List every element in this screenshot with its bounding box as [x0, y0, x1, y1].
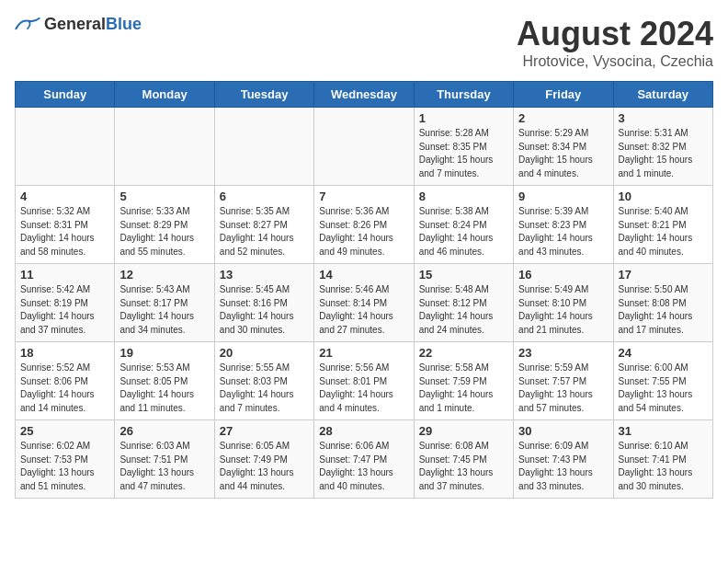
day-cell: 7Sunrise: 5:36 AM Sunset: 8:26 PM Daylig…	[314, 186, 414, 264]
day-cell: 2Sunrise: 5:29 AM Sunset: 8:34 PM Daylig…	[514, 108, 613, 186]
logo-text: GeneralBlue	[44, 15, 142, 34]
day-cell: 29Sunrise: 6:08 AM Sunset: 7:45 PM Dayli…	[414, 420, 513, 499]
day-info: Sunrise: 5:46 AM Sunset: 8:14 PM Dayligh…	[319, 283, 408, 337]
day-cell: 28Sunrise: 6:06 AM Sunset: 7:47 PM Dayli…	[314, 420, 414, 499]
day-number: 16	[518, 268, 608, 282]
day-number: 10	[619, 190, 708, 203]
week-row-5: 25Sunrise: 6:02 AM Sunset: 7:53 PM Dayli…	[16, 420, 713, 499]
day-number: 5	[119, 190, 209, 203]
day-info: Sunrise: 6:08 AM Sunset: 7:45 PM Dayligh…	[419, 440, 508, 493]
day-info: Sunrise: 5:36 AM Sunset: 8:26 PM Dayligh…	[319, 205, 408, 259]
day-info: Sunrise: 5:59 AM Sunset: 7:57 PM Dayligh…	[518, 362, 608, 415]
day-number: 30	[518, 424, 608, 438]
column-header-sunday: Sunday	[16, 82, 115, 108]
day-cell: 13Sunrise: 5:45 AM Sunset: 8:16 PM Dayli…	[214, 264, 313, 342]
column-header-friday: Friday	[514, 82, 613, 108]
day-cell	[115, 108, 214, 186]
day-info: Sunrise: 5:55 AM Sunset: 8:03 PM Dayligh…	[220, 362, 309, 415]
day-cell: 31Sunrise: 6:10 AM Sunset: 7:41 PM Dayli…	[613, 420, 712, 499]
day-number: 8	[419, 190, 508, 203]
header: GeneralBlue August 2024 Hrotovice, Vysoc…	[15, 15, 713, 70]
day-cell: 11Sunrise: 5:42 AM Sunset: 8:19 PM Dayli…	[16, 264, 115, 342]
month-title: August 2024	[517, 15, 713, 53]
day-cell: 20Sunrise: 5:55 AM Sunset: 8:03 PM Dayli…	[214, 342, 313, 420]
day-info: Sunrise: 5:48 AM Sunset: 8:12 PM Dayligh…	[419, 283, 508, 337]
day-cell	[214, 108, 313, 186]
day-cell: 21Sunrise: 5:56 AM Sunset: 8:01 PM Dayli…	[314, 342, 414, 420]
day-cell: 15Sunrise: 5:48 AM Sunset: 8:12 PM Dayli…	[414, 264, 513, 342]
day-info: Sunrise: 5:58 AM Sunset: 7:59 PM Dayligh…	[419, 362, 508, 415]
column-header-tuesday: Tuesday	[214, 82, 313, 108]
header-row: SundayMondayTuesdayWednesdayThursdayFrid…	[16, 82, 713, 108]
day-cell: 4Sunrise: 5:32 AM Sunset: 8:31 PM Daylig…	[16, 186, 115, 264]
day-info: Sunrise: 6:05 AM Sunset: 7:49 PM Dayligh…	[220, 440, 309, 493]
day-number: 20	[220, 346, 309, 360]
day-cell: 25Sunrise: 6:02 AM Sunset: 7:53 PM Dayli…	[16, 420, 115, 499]
week-row-2: 4Sunrise: 5:32 AM Sunset: 8:31 PM Daylig…	[16, 186, 713, 264]
day-cell: 18Sunrise: 5:52 AM Sunset: 8:06 PM Dayli…	[16, 342, 115, 420]
day-number: 1	[419, 111, 508, 125]
day-number: 15	[419, 268, 508, 282]
column-header-wednesday: Wednesday	[314, 82, 414, 108]
week-row-1: 1Sunrise: 5:28 AM Sunset: 8:35 PM Daylig…	[16, 108, 713, 186]
day-number: 21	[319, 346, 408, 360]
day-cell: 10Sunrise: 5:40 AM Sunset: 8:21 PM Dayli…	[613, 186, 712, 264]
day-info: Sunrise: 6:03 AM Sunset: 7:51 PM Dayligh…	[119, 440, 209, 493]
day-cell: 5Sunrise: 5:33 AM Sunset: 8:29 PM Daylig…	[115, 186, 214, 264]
day-number: 24	[619, 346, 708, 360]
day-info: Sunrise: 5:53 AM Sunset: 8:05 PM Dayligh…	[119, 362, 209, 415]
day-number: 28	[319, 424, 408, 438]
week-row-4: 18Sunrise: 5:52 AM Sunset: 8:06 PM Dayli…	[16, 342, 713, 420]
column-header-saturday: Saturday	[613, 82, 712, 108]
day-info: Sunrise: 5:35 AM Sunset: 8:27 PM Dayligh…	[220, 205, 309, 259]
day-info: Sunrise: 5:39 AM Sunset: 8:23 PM Dayligh…	[518, 205, 608, 259]
day-info: Sunrise: 6:00 AM Sunset: 7:55 PM Dayligh…	[619, 362, 708, 415]
day-info: Sunrise: 5:45 AM Sunset: 8:16 PM Dayligh…	[220, 283, 309, 337]
day-cell: 17Sunrise: 5:50 AM Sunset: 8:08 PM Dayli…	[613, 264, 712, 342]
logo-bird-icon	[15, 16, 40, 34]
day-number: 26	[119, 424, 209, 438]
day-number: 6	[220, 190, 309, 203]
day-number: 22	[419, 346, 508, 360]
day-number: 9	[518, 190, 608, 203]
day-cell	[16, 108, 115, 186]
day-cell	[314, 108, 414, 186]
day-cell: 24Sunrise: 6:00 AM Sunset: 7:55 PM Dayli…	[613, 342, 712, 420]
day-cell: 14Sunrise: 5:46 AM Sunset: 8:14 PM Dayli…	[314, 264, 414, 342]
day-info: Sunrise: 5:32 AM Sunset: 8:31 PM Dayligh…	[20, 205, 109, 259]
day-cell: 23Sunrise: 5:59 AM Sunset: 7:57 PM Dayli…	[514, 342, 613, 420]
day-info: Sunrise: 5:42 AM Sunset: 8:19 PM Dayligh…	[20, 283, 109, 337]
title-area: August 2024 Hrotovice, Vysocina, Czechia	[517, 15, 713, 70]
column-header-thursday: Thursday	[414, 82, 513, 108]
day-info: Sunrise: 5:50 AM Sunset: 8:08 PM Dayligh…	[619, 283, 708, 337]
calendar-table: SundayMondayTuesdayWednesdayThursdayFrid…	[15, 81, 713, 499]
day-number: 4	[20, 190, 109, 203]
day-cell: 1Sunrise: 5:28 AM Sunset: 8:35 PM Daylig…	[414, 108, 513, 186]
day-number: 27	[220, 424, 309, 438]
location-subtitle: Hrotovice, Vysocina, Czechia	[517, 53, 713, 70]
day-info: Sunrise: 5:33 AM Sunset: 8:29 PM Dayligh…	[119, 205, 209, 259]
day-number: 14	[319, 268, 408, 282]
column-header-monday: Monday	[115, 82, 214, 108]
day-number: 2	[518, 111, 608, 125]
day-cell: 3Sunrise: 5:31 AM Sunset: 8:32 PM Daylig…	[613, 108, 712, 186]
day-number: 3	[619, 111, 708, 125]
day-info: Sunrise: 5:38 AM Sunset: 8:24 PM Dayligh…	[419, 205, 508, 259]
day-cell: 9Sunrise: 5:39 AM Sunset: 8:23 PM Daylig…	[514, 186, 613, 264]
day-info: Sunrise: 5:49 AM Sunset: 8:10 PM Dayligh…	[518, 283, 608, 337]
day-info: Sunrise: 6:10 AM Sunset: 7:41 PM Dayligh…	[619, 440, 708, 493]
day-info: Sunrise: 6:09 AM Sunset: 7:43 PM Dayligh…	[518, 440, 608, 493]
day-number: 29	[419, 424, 508, 438]
day-info: Sunrise: 6:06 AM Sunset: 7:47 PM Dayligh…	[319, 440, 408, 493]
week-row-3: 11Sunrise: 5:42 AM Sunset: 8:19 PM Dayli…	[16, 264, 713, 342]
logo-general: General	[44, 15, 106, 33]
day-info: Sunrise: 5:29 AM Sunset: 8:34 PM Dayligh…	[518, 127, 608, 180]
day-cell: 30Sunrise: 6:09 AM Sunset: 7:43 PM Dayli…	[514, 420, 613, 499]
day-info: Sunrise: 5:52 AM Sunset: 8:06 PM Dayligh…	[20, 362, 109, 415]
logo: GeneralBlue	[15, 15, 142, 34]
day-cell: 27Sunrise: 6:05 AM Sunset: 7:49 PM Dayli…	[214, 420, 313, 499]
day-info: Sunrise: 6:02 AM Sunset: 7:53 PM Dayligh…	[20, 440, 109, 493]
day-number: 7	[319, 190, 408, 203]
day-number: 19	[119, 346, 209, 360]
day-number: 11	[20, 268, 109, 282]
